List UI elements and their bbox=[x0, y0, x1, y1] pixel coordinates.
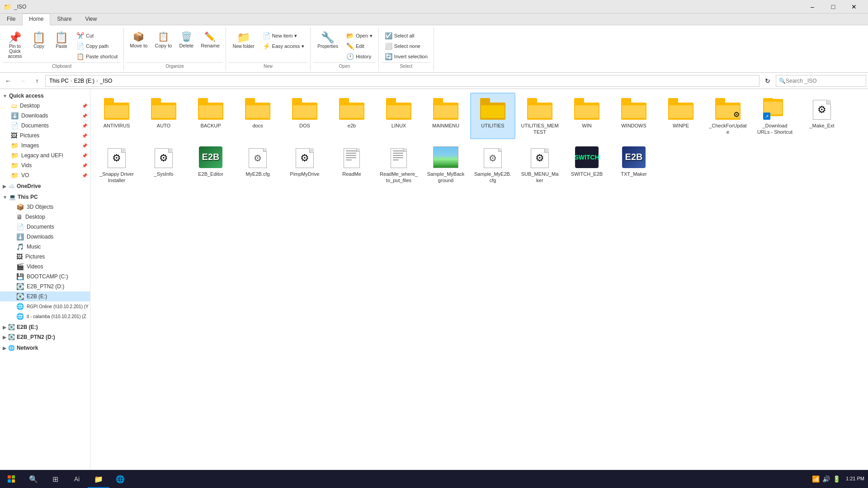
time-display[interactable]: 1:21 PM bbox=[846, 475, 864, 482]
sidebar-item-desktop[interactable]: 🗂 Desktop 📌 bbox=[0, 101, 90, 111]
e2b-ptn2-header[interactable]: ▶ 💽 E2B_PTN2 (D:) bbox=[0, 332, 90, 342]
file-item[interactable]: docs bbox=[235, 93, 280, 139]
sidebar-item-downloads[interactable]: ⬇️ Downloads 📌 bbox=[0, 111, 90, 121]
file-item[interactable]: ⚙_Make_Ext bbox=[799, 93, 844, 139]
sidebar-item-e2b-e[interactable]: 💽 E2B (E:) bbox=[0, 291, 90, 301]
sidebar-item-music[interactable]: 🎵 Music bbox=[0, 242, 90, 252]
sidebar-item-downloads2[interactable]: ⬇️ Downloads bbox=[0, 232, 90, 242]
maximize-button[interactable]: □ bbox=[823, 0, 844, 14]
tab-share[interactable]: Share bbox=[50, 14, 78, 25]
tray-volume-icon[interactable]: 🔊 bbox=[822, 475, 830, 483]
file-item[interactable]: ⚙_SysInfo bbox=[141, 141, 186, 188]
up-button[interactable]: ↑ bbox=[31, 75, 43, 87]
taskbar-task-view[interactable]: ⊞ bbox=[44, 470, 66, 488]
rename-button[interactable]: ✏️ Rename bbox=[198, 29, 223, 51]
cut-button[interactable]: ✂️ Cut bbox=[73, 31, 121, 41]
tab-file[interactable]: File bbox=[0, 14, 22, 25]
breadcrumb[interactable]: This PC › E2B (E:) › _ISO bbox=[45, 75, 760, 87]
file-item[interactable]: ANTIVIRUS bbox=[94, 93, 139, 139]
paste-button[interactable]: 📋 Paste bbox=[51, 29, 72, 51]
sidebar-item-documents2[interactable]: 📄 Documents bbox=[0, 222, 90, 232]
sidebar-item-rgpi[interactable]: 🌐 RGPI Online (\\10.10.2.201) (Y bbox=[0, 301, 90, 311]
file-item[interactable]: MAINMENU bbox=[423, 93, 468, 139]
file-item[interactable]: ↗_Download URLs - Shortcut bbox=[752, 93, 797, 139]
file-item[interactable]: Sample_MyBackground bbox=[423, 141, 468, 188]
onedrive-header[interactable]: ▶ ☁️ OneDrive bbox=[0, 181, 90, 191]
file-item[interactable]: LINUX bbox=[376, 93, 421, 139]
file-item[interactable]: E2BTXT_Maker bbox=[611, 141, 656, 188]
sidebar-item-videos[interactable]: 🎬 Videos bbox=[0, 262, 90, 272]
file-item[interactable]: ReadMe bbox=[329, 141, 374, 188]
select-none-button[interactable]: ⬜ Select none bbox=[382, 41, 431, 51]
invert-selection-button[interactable]: 🔄 Invert selection bbox=[382, 52, 431, 61]
copy-path-button[interactable]: 📄 Copy path bbox=[73, 41, 121, 51]
file-item[interactable]: WINDOWS bbox=[611, 93, 656, 139]
this-pc-header[interactable]: ▼ 💻 This PC bbox=[0, 192, 90, 202]
sidebar-item-vo[interactable]: 📁 VO 📌 bbox=[0, 170, 90, 180]
file-item[interactable]: ⚙PimpMyDrive bbox=[282, 141, 327, 188]
quick-access-header[interactable]: ▼ Quick access bbox=[0, 91, 90, 101]
ribbon-group-new: 📁 New folder 📄 New item ▾ ⚡ Easy access … bbox=[226, 27, 311, 70]
paste-shortcut-button[interactable]: 📋 Paste shortcut bbox=[73, 52, 121, 61]
tab-home[interactable]: Home bbox=[22, 14, 50, 25]
e2b-e-header[interactable]: ▶ 💽 E2B (E:) bbox=[0, 322, 90, 332]
select-all-button[interactable]: ☑️ Select all bbox=[382, 31, 431, 41]
sidebar-item-vids[interactable]: 📁 Vids 📌 bbox=[0, 160, 90, 170]
file-item[interactable]: WINPE bbox=[658, 93, 703, 139]
sidebar-item-legacy[interactable]: 📁 Legacy and UEFI 📌 bbox=[0, 150, 90, 160]
file-item[interactable]: ⚙_Snappy Driver Installer bbox=[94, 141, 139, 188]
file-item[interactable]: AUTO bbox=[141, 93, 186, 139]
sidebar-item-pictures2[interactable]: 🖼 Pictures bbox=[0, 252, 90, 262]
file-item[interactable]: ⚙SUB_MENU_Maker bbox=[517, 141, 562, 188]
new-folder-button[interactable]: 📁 New folder bbox=[229, 29, 259, 51]
edit-button[interactable]: ✏️ Edit bbox=[343, 41, 376, 51]
sidebar-item-documents[interactable]: 📄 Documents 📌 bbox=[0, 121, 90, 131]
file-item[interactable]: BACKUP bbox=[188, 93, 233, 139]
history-button[interactable]: 🕐 History bbox=[343, 52, 376, 61]
file-item[interactable]: ⚙MyE2B.cfg bbox=[235, 141, 280, 188]
sidebar-item-bootcamp[interactable]: 💾 BOOTCAMP (C:) bbox=[0, 272, 90, 282]
file-item[interactable]: ReadMe_where_to_put_files bbox=[376, 141, 421, 188]
file-icon: ↗ bbox=[762, 96, 788, 122]
delete-button[interactable]: 🗑️ Delete bbox=[176, 29, 197, 51]
taskbar-cortana[interactable]: Ai bbox=[66, 470, 88, 488]
sidebar-item-pictures[interactable]: 🖼 Pictures 📌 bbox=[0, 131, 90, 141]
back-button[interactable]: ← bbox=[2, 75, 14, 87]
taskbar-search[interactable]: 🔍 bbox=[23, 470, 44, 488]
taskbar-file-explorer[interactable]: 📁 bbox=[88, 470, 109, 488]
new-item-button[interactable]: 📄 New item ▾ bbox=[259, 31, 308, 41]
file-item[interactable]: ⚙_CheckForUpdate bbox=[705, 93, 750, 139]
properties-button[interactable]: 🔧 Properties bbox=[313, 29, 342, 51]
tray-network-icon[interactable]: 📶 bbox=[812, 475, 820, 483]
taskbar-edge[interactable]: 🌐 bbox=[109, 470, 131, 488]
easy-access-button[interactable]: ⚡ Easy access ▾ bbox=[259, 41, 308, 51]
pin-to-quick-access-button[interactable]: 📌 Pin to Quick access bbox=[3, 29, 27, 61]
sidebar-item-desktop2[interactable]: 🖥 Desktop bbox=[0, 212, 90, 222]
minimize-button[interactable]: – bbox=[802, 0, 823, 14]
tray-battery-icon[interactable]: 🔋 bbox=[833, 475, 840, 483]
file-item[interactable]: WIN bbox=[564, 93, 609, 139]
e2b-ptn2-label: E2B_PTN2 (D:) bbox=[17, 334, 55, 340]
sidebar-item-images[interactable]: 📁 Images 📌 bbox=[0, 141, 90, 150]
copy-button-large[interactable]: 📋 Copy bbox=[28, 29, 50, 51]
copy-to-button[interactable]: 📋 Copy to bbox=[151, 29, 175, 51]
file-item[interactable]: ⚙Sample_MyE2B.cfg bbox=[470, 141, 515, 188]
tab-view[interactable]: View bbox=[78, 14, 104, 25]
network-header[interactable]: ▶ 🌐 Network bbox=[0, 343, 90, 353]
sidebar-item-3d-objects[interactable]: 📦 3D Objects bbox=[0, 202, 90, 212]
move-to-button[interactable]: 📦 Move to bbox=[127, 29, 151, 51]
sidebar-item-it-calamba[interactable]: 🌐 it - calamba (\\10.10.2.201) (Z bbox=[0, 311, 90, 321]
open-button[interactable]: 📂 Open ▾ bbox=[343, 31, 376, 41]
file-item[interactable]: E2BE2B_Editor bbox=[188, 141, 233, 188]
file-item[interactable]: DOS bbox=[282, 93, 327, 139]
file-item[interactable]: SWITCHSWITCH_E2B bbox=[564, 141, 609, 188]
file-item[interactable]: e2b bbox=[329, 93, 374, 139]
close-button[interactable]: ✕ bbox=[844, 0, 864, 14]
start-button[interactable] bbox=[0, 470, 23, 488]
sidebar-item-e2b-ptn2-d[interactable]: 💽 E2B_PTN2 (D:) bbox=[0, 282, 90, 291]
forward-button[interactable]: → bbox=[16, 75, 29, 87]
search-input[interactable] bbox=[786, 78, 863, 84]
file-item[interactable]: UTILITIES_MEMTEST bbox=[517, 93, 562, 139]
refresh-button[interactable]: ↻ bbox=[761, 75, 774, 87]
file-item[interactable]: UTILITIES bbox=[470, 93, 515, 139]
